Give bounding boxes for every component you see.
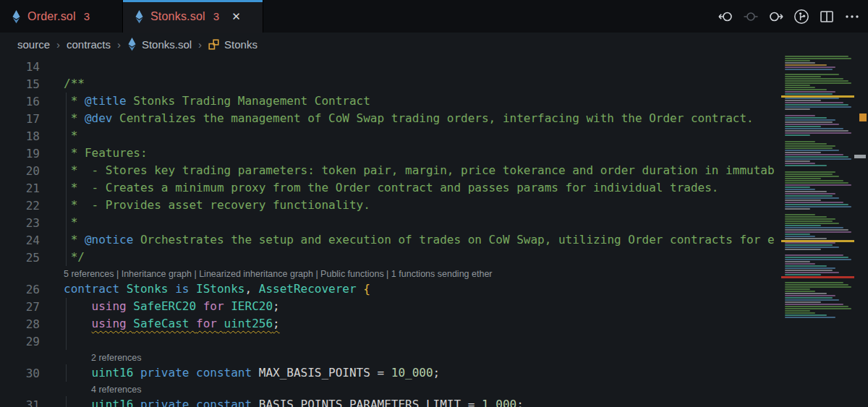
- minimap-line: [785, 156, 848, 158]
- minimap-line: [785, 100, 821, 101]
- line-number[interactable]: 31: [0, 398, 40, 407]
- code-line[interactable]: 21 * - Creates a minimum proxy from the …: [0, 179, 778, 197]
- breadcrumb-item-stonks-sol[interactable]: Stonks.sol: [127, 37, 192, 51]
- line-number[interactable]: 30: [0, 367, 40, 380]
- minimap-line: [785, 265, 827, 267]
- code-token: ;: [433, 366, 441, 380]
- line-number[interactable]: 14: [0, 60, 40, 74]
- breadcrumb-label: Stonks.sol: [142, 38, 192, 51]
- code-line[interactable]: 14: [0, 58, 778, 75]
- minimap-line: [785, 238, 827, 239]
- line-number[interactable]: 27: [0, 300, 40, 314]
- close-icon[interactable]: ✕: [231, 11, 241, 22]
- minimap-line: [785, 147, 833, 149]
- line-number[interactable]: 28: [0, 317, 40, 331]
- code-text: * - Creates a minimum proxy from the Ord…: [64, 179, 718, 197]
- code-editor[interactable]: 1415/**16 * @title Stonks Trading Manage…: [0, 56, 778, 407]
- code-token: uint16: [92, 398, 134, 407]
- code-line[interactable]: 20 * - Stores key trading parameters: to…: [0, 162, 778, 179]
- code-line[interactable]: 30 uint16 private constant MAX_BASIS_POI…: [0, 364, 778, 382]
- tab-stonks-sol[interactable]: Stonks.sol 3 ✕: [123, 0, 263, 33]
- line-number[interactable]: 19: [0, 147, 40, 160]
- tab-label: Stonks.sol: [150, 10, 205, 23]
- code-token: [133, 398, 140, 407]
- code-line[interactable]: 25 */: [0, 249, 778, 266]
- code-line[interactable]: 23 *: [0, 214, 778, 231]
- line-number[interactable]: 22: [0, 199, 40, 213]
- line-number[interactable]: 17: [0, 112, 40, 126]
- code-token: @dev: [85, 111, 113, 125]
- tab-order-sol[interactable]: Order.sol 3: [0, 0, 123, 33]
- minimap-line: [785, 274, 821, 275]
- ethereum-file-icon: [135, 9, 144, 24]
- minimap-line: [785, 308, 851, 309]
- last-edit-location-icon[interactable]: [742, 8, 760, 25]
- line-number[interactable]: 26: [0, 283, 40, 296]
- code-token: MAX_BASIS_POINTS =: [259, 366, 391, 380]
- source-control-graph-icon[interactable]: [793, 8, 810, 25]
- minimap-line: [785, 306, 848, 307]
- navigate-back-icon[interactable]: [717, 8, 734, 25]
- codelens-row: 4 references: [0, 382, 778, 396]
- code-token: [64, 398, 92, 407]
- navigate-forward-icon[interactable]: [767, 8, 785, 25]
- minimap-line: [785, 286, 851, 288]
- code-line[interactable]: 26contract Stonks is IStonks, AssetRecov…: [0, 280, 778, 298]
- minimap-line: [785, 184, 851, 186]
- codelens-links[interactable]: 5 references | Inheritance graph | Linea…: [64, 267, 493, 280]
- code-token: ,: [244, 282, 258, 296]
- code-token: *: [64, 233, 85, 247]
- line-number[interactable]: 25: [0, 251, 40, 265]
- ethereum-file-icon: [127, 37, 137, 51]
- code-text: * @title Stonks Trading Management Contr…: [64, 93, 370, 110]
- line-number[interactable]: 18: [0, 129, 40, 143]
- line-number[interactable]: 15: [0, 77, 40, 91]
- minimap-line: [785, 134, 810, 136]
- minimap-line: [785, 206, 851, 207]
- code-text: *: [64, 214, 77, 231]
- minimap-line: [785, 145, 835, 147]
- line-number[interactable]: 16: [0, 95, 40, 108]
- line-number[interactable]: 21: [0, 181, 40, 195]
- minimap-line: [785, 152, 821, 153]
- split-editor-icon[interactable]: [818, 8, 835, 25]
- code-token: *: [64, 111, 85, 125]
- codelens-links[interactable]: 2 references: [91, 351, 141, 364]
- minimap-line: [785, 247, 839, 248]
- minimap-line: [785, 193, 835, 194]
- breadcrumb-item-stonks-symbol[interactable]: Stonks: [208, 38, 258, 51]
- code-line[interactable]: 28 using SafeCast for uint256;: [0, 315, 778, 333]
- code-text: * - Provides asset recovery functionalit…: [64, 197, 370, 214]
- minimap-line: [785, 93, 833, 95]
- code-line[interactable]: 29: [0, 333, 778, 350]
- code-line[interactable]: 17 * @dev Centralizes the management of …: [0, 110, 778, 127]
- chevron-right-icon: ›: [197, 38, 203, 51]
- code-token: ;: [273, 317, 280, 330]
- code-line[interactable]: 16 * @title Stonks Trading Management Co…: [0, 93, 778, 110]
- code-line[interactable]: 18 *: [0, 127, 778, 145]
- code-line[interactable]: 31 uint16 private constant BASIS_POINTS_…: [0, 396, 778, 407]
- code-line[interactable]: 27 using SafeERC20 for IERC20;: [0, 298, 778, 315]
- code-line[interactable]: 19 * Features:: [0, 145, 778, 162]
- codelens-links[interactable]: 4 references: [91, 383, 141, 396]
- minimap-line: [785, 117, 827, 119]
- more-actions-icon[interactable]: [843, 8, 861, 25]
- line-number[interactable]: 29: [0, 335, 40, 348]
- minimap[interactable]: [781, 56, 854, 407]
- line-number[interactable]: 24: [0, 234, 40, 247]
- minimap-line: [785, 85, 810, 86]
- code-text: contract Stonks is IStonks, AssetRecover…: [64, 280, 370, 298]
- code-line[interactable]: 24 * @notice Orchestrates the setup and …: [0, 231, 778, 249]
- minimap-line: [785, 104, 848, 106]
- code-text: */: [64, 249, 85, 266]
- minimap-line: [785, 225, 821, 226]
- code-line[interactable]: 15/**: [0, 75, 778, 93]
- minimap-line: [785, 98, 839, 99]
- line-number[interactable]: 20: [0, 164, 40, 178]
- minimap-line: [785, 60, 810, 61]
- line-number[interactable]: 23: [0, 216, 40, 230]
- breadcrumb-item-source[interactable]: source: [17, 38, 50, 51]
- code-line[interactable]: 22 * - Provides asset recovery functiona…: [0, 197, 778, 214]
- breadcrumb-item-contracts[interactable]: contracts: [67, 38, 111, 51]
- overview-ruler[interactable]: [854, 56, 868, 407]
